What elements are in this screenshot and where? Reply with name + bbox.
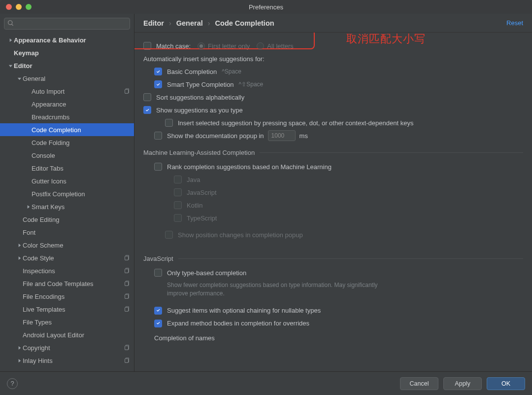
chevron-right-icon: › bbox=[208, 19, 210, 27]
sidebar: Appearance & BehaviorKeymapEditorGeneral… bbox=[0, 14, 134, 371]
ml-typescript-label: TypeScript bbox=[187, 215, 217, 222]
js-expand-bodies-checkbox[interactable] bbox=[154, 320, 162, 327]
breadcrumb-general[interactable]: General bbox=[176, 19, 203, 27]
tree-item-breadcrumbs[interactable]: Breadcrumbs bbox=[0, 110, 134, 123]
copy-icon bbox=[123, 293, 130, 300]
tree-item-smart-keys[interactable]: Smart Keys bbox=[0, 200, 134, 213]
svg-rect-6 bbox=[125, 346, 129, 350]
window-minimize-button[interactable] bbox=[16, 4, 22, 10]
basic-completion-checkbox[interactable] bbox=[154, 68, 162, 75]
tree-item-keymap[interactable]: Keymap bbox=[0, 46, 134, 59]
ml-javascript-label: JavaScript bbox=[187, 189, 217, 196]
caret-right-icon bbox=[7, 36, 14, 43]
reset-link[interactable]: Reset bbox=[506, 19, 523, 27]
tree-item-auto-import[interactable]: Auto Import bbox=[0, 85, 134, 98]
show-suggestions-checkbox[interactable] bbox=[143, 106, 151, 114]
tree-item-live-templates[interactable]: Live Templates bbox=[0, 303, 134, 316]
tree-item-postfix-completion[interactable]: Postfix Completion bbox=[0, 187, 134, 200]
smart-type-completion-checkbox[interactable] bbox=[154, 80, 162, 88]
ml-kotlin-label: Kotlin bbox=[187, 202, 203, 209]
svg-rect-0 bbox=[125, 90, 129, 94]
titlebar: Preferences bbox=[0, 0, 532, 14]
tree-item-font[interactable]: Font bbox=[0, 226, 134, 239]
tree-item-editor[interactable]: Editor bbox=[0, 59, 134, 72]
tree-label: Inspections bbox=[23, 267, 123, 275]
match-case-checkbox[interactable] bbox=[143, 42, 151, 50]
smart-type-completion-label: Smart Type Completion bbox=[167, 81, 234, 88]
cancel-button[interactable]: Cancel bbox=[400, 377, 438, 390]
window-zoom-button[interactable] bbox=[26, 4, 32, 10]
tree-item-file-types[interactable]: File Types bbox=[0, 316, 134, 328]
js-type-based-label: Only type-based completion bbox=[167, 269, 246, 277]
ml-kotlin-checkbox bbox=[174, 201, 182, 209]
tree-item-gutter-icons[interactable]: Gutter Icons bbox=[0, 175, 134, 187]
dialog-footer: ? Cancel Apply OK bbox=[0, 371, 532, 395]
tree-item-inspections[interactable]: Inspections bbox=[0, 264, 134, 277]
tree-label: Gutter Icons bbox=[32, 178, 130, 185]
tree-item-file-encodings[interactable]: File Encodings bbox=[0, 290, 134, 303]
settings-tree[interactable]: Appearance & BehaviorKeymapEditorGeneral… bbox=[0, 33, 134, 371]
tree-label: File and Code Templates bbox=[23, 280, 123, 287]
svg-rect-5 bbox=[125, 308, 129, 312]
show-doc-popup-checkbox[interactable] bbox=[154, 132, 162, 140]
window-close-button[interactable] bbox=[6, 4, 12, 10]
tree-item-file-code-templates[interactable]: File and Code Templates bbox=[0, 277, 134, 290]
breadcrumb-row: Editor › General › Code Completion Reset bbox=[134, 14, 532, 33]
tree-item-android-layout-editor[interactable]: Android Layout Editor bbox=[0, 328, 134, 341]
rank-ml-label: Rank completion suggestions based on Mac… bbox=[167, 163, 332, 171]
caret-right-icon bbox=[25, 203, 32, 210]
sort-alphabetically-checkbox[interactable] bbox=[143, 93, 151, 101]
tree-label: Code Editing bbox=[23, 216, 130, 223]
ok-button[interactable]: OK bbox=[487, 377, 525, 390]
tree-label: Color Scheme bbox=[23, 242, 130, 249]
tree-label: Code Style bbox=[23, 254, 123, 262]
tree-item-color-scheme[interactable]: Color Scheme bbox=[0, 239, 134, 251]
apply-button[interactable]: Apply bbox=[443, 377, 482, 390]
tree-label: General bbox=[23, 75, 130, 82]
js-type-based-checkbox[interactable] bbox=[154, 269, 162, 277]
insert-selected-checkbox[interactable] bbox=[165, 119, 173, 127]
caret-right-icon bbox=[16, 242, 23, 249]
js-section-title: JavaScript bbox=[143, 255, 523, 262]
tree-item-appearance[interactable]: Appearance bbox=[0, 98, 134, 110]
search-icon bbox=[7, 20, 14, 28]
basic-completion-label: Basic Completion bbox=[167, 68, 217, 75]
all-letters-label: All letters bbox=[267, 42, 293, 50]
tree-label: Smart Keys bbox=[32, 203, 130, 211]
tree-item-editor-tabs[interactable]: Editor Tabs bbox=[0, 162, 134, 175]
copy-icon bbox=[123, 267, 130, 274]
help-button[interactable]: ? bbox=[7, 378, 18, 389]
tree-item-code-completion[interactable]: Code Completion bbox=[0, 123, 134, 136]
copy-icon bbox=[123, 344, 130, 351]
js-optional-chain-checkbox[interactable] bbox=[154, 307, 162, 315]
tree-item-general[interactable]: General bbox=[0, 72, 134, 85]
ml-show-position-checkbox bbox=[165, 231, 173, 239]
copy-icon bbox=[123, 88, 130, 95]
tree-label: Appearance & Behavior bbox=[14, 36, 130, 44]
tree-label: Android Layout Editor bbox=[23, 331, 130, 339]
tree-item-code-folding[interactable]: Code Folding bbox=[0, 136, 134, 149]
tree-item-console[interactable]: Console bbox=[0, 149, 134, 162]
copy-icon bbox=[123, 280, 130, 287]
rank-ml-checkbox[interactable] bbox=[154, 163, 162, 171]
tree-label: Code Completion bbox=[32, 126, 130, 134]
tree-item-code-style[interactable]: Code Style bbox=[0, 251, 134, 264]
tree-item-copyright[interactable]: Copyright bbox=[0, 341, 134, 354]
copy-icon bbox=[123, 306, 130, 313]
tree-label: Font bbox=[23, 229, 130, 236]
show-doc-popup-label-post: ms bbox=[299, 132, 308, 140]
tree-item-appearance-behavior[interactable]: Appearance & Behavior bbox=[0, 34, 134, 46]
search-field[interactable] bbox=[4, 18, 130, 30]
breadcrumb-editor[interactable]: Editor bbox=[143, 19, 164, 27]
basic-completion-shortcut: ^Space bbox=[222, 68, 241, 75]
ml-section-title: Machine Learning-Assisted Completion bbox=[143, 149, 523, 156]
all-letters-radio bbox=[257, 42, 264, 50]
svg-rect-3 bbox=[125, 282, 129, 286]
doc-popup-delay-input[interactable] bbox=[268, 130, 296, 141]
first-letter-only-radio bbox=[198, 42, 205, 50]
search-input[interactable] bbox=[17, 20, 127, 27]
tree-label: Code Folding bbox=[32, 139, 130, 146]
tree-item-code-editing[interactable]: Code Editing bbox=[0, 213, 134, 226]
tree-item-inlay-hints[interactable]: Inlay Hints bbox=[0, 354, 134, 367]
js-expand-bodies-label: Expand method bodies in completion for o… bbox=[167, 320, 309, 327]
